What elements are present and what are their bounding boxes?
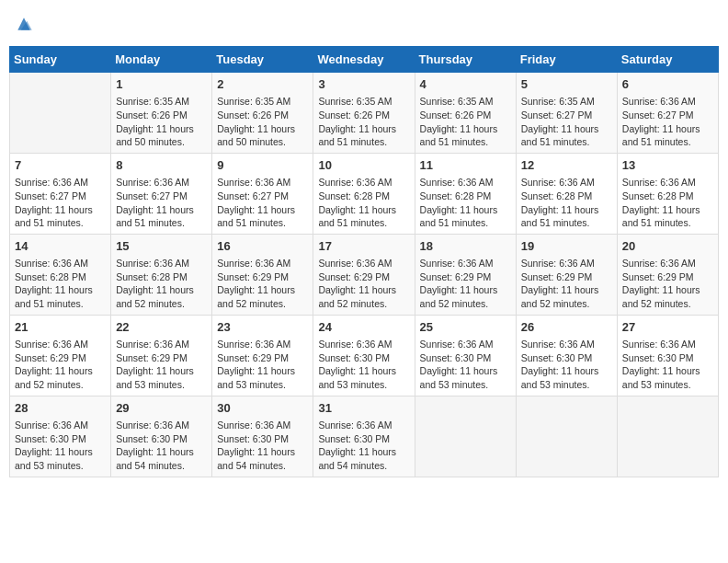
calendar-week-row: 1Sunrise: 6:35 AM Sunset: 6:26 PM Daylig… (10, 73, 719, 154)
calendar-cell: 20Sunrise: 6:36 AM Sunset: 6:29 PM Dayli… (617, 234, 718, 315)
day-number: 18 (420, 238, 511, 255)
day-info: Sunrise: 6:36 AM Sunset: 6:28 PM Dayligh… (116, 257, 207, 311)
calendar-cell: 11Sunrise: 6:36 AM Sunset: 6:28 PM Dayli… (415, 153, 516, 234)
calendar-cell (415, 396, 516, 477)
day-info: Sunrise: 6:36 AM Sunset: 6:28 PM Dayligh… (622, 176, 713, 230)
day-number: 16 (217, 238, 308, 255)
calendar-week-row: 7Sunrise: 6:36 AM Sunset: 6:27 PM Daylig… (10, 153, 719, 234)
day-number: 25 (420, 319, 511, 336)
day-number: 15 (116, 238, 207, 255)
day-info: Sunrise: 6:36 AM Sunset: 6:29 PM Dayligh… (217, 257, 308, 311)
weekday-header: Sunday (10, 47, 111, 73)
calendar-cell: 25Sunrise: 6:36 AM Sunset: 6:30 PM Dayli… (415, 315, 516, 396)
calendar-cell: 28Sunrise: 6:36 AM Sunset: 6:30 PM Dayli… (10, 396, 111, 477)
calendar-cell: 22Sunrise: 6:36 AM Sunset: 6:29 PM Dayli… (111, 315, 212, 396)
day-info: Sunrise: 6:36 AM Sunset: 6:29 PM Dayligh… (521, 257, 612, 311)
day-info: Sunrise: 6:36 AM Sunset: 6:30 PM Dayligh… (622, 338, 713, 392)
calendar-cell: 19Sunrise: 6:36 AM Sunset: 6:29 PM Dayli… (516, 234, 617, 315)
calendar-cell (516, 396, 617, 477)
calendar-cell: 12Sunrise: 6:36 AM Sunset: 6:28 PM Dayli… (516, 153, 617, 234)
day-number: 13 (622, 157, 713, 174)
calendar-cell (10, 73, 111, 154)
day-number: 4 (420, 76, 511, 93)
day-number: 12 (521, 157, 612, 174)
calendar-cell (617, 396, 718, 477)
day-number: 31 (318, 400, 409, 417)
calendar-cell: 9Sunrise: 6:36 AM Sunset: 6:27 PM Daylig… (212, 153, 313, 234)
day-info: Sunrise: 6:36 AM Sunset: 6:29 PM Dayligh… (420, 257, 511, 311)
day-number: 28 (15, 400, 106, 417)
calendar-cell: 7Sunrise: 6:36 AM Sunset: 6:27 PM Daylig… (10, 153, 111, 234)
calendar-cell: 8Sunrise: 6:36 AM Sunset: 6:27 PM Daylig… (111, 153, 212, 234)
weekday-header: Thursday (415, 47, 516, 73)
calendar-cell: 2Sunrise: 6:35 AM Sunset: 6:26 PM Daylig… (212, 73, 313, 154)
day-number: 27 (622, 319, 713, 336)
day-number: 9 (217, 157, 308, 174)
day-info: Sunrise: 6:36 AM Sunset: 6:29 PM Dayligh… (15, 338, 106, 392)
calendar-cell: 27Sunrise: 6:36 AM Sunset: 6:30 PM Dayli… (617, 315, 718, 396)
day-number: 3 (318, 76, 409, 93)
day-info: Sunrise: 6:36 AM Sunset: 6:29 PM Dayligh… (622, 257, 713, 311)
day-number: 11 (420, 157, 511, 174)
day-info: Sunrise: 6:36 AM Sunset: 6:28 PM Dayligh… (521, 176, 612, 230)
weekday-header: Tuesday (212, 47, 313, 73)
calendar-cell: 24Sunrise: 6:36 AM Sunset: 6:30 PM Dayli… (313, 315, 415, 396)
calendar-cell: 5Sunrise: 6:35 AM Sunset: 6:27 PM Daylig… (516, 73, 617, 154)
day-number: 19 (521, 238, 612, 255)
day-number: 8 (116, 157, 207, 174)
calendar-cell: 4Sunrise: 6:35 AM Sunset: 6:26 PM Daylig… (415, 73, 516, 154)
calendar-header-row: SundayMondayTuesdayWednesdayThursdayFrid… (10, 47, 719, 73)
calendar-cell: 29Sunrise: 6:36 AM Sunset: 6:30 PM Dayli… (111, 396, 212, 477)
day-number: 17 (318, 238, 409, 255)
calendar-cell: 3Sunrise: 6:35 AM Sunset: 6:26 PM Daylig… (313, 73, 415, 154)
day-info: Sunrise: 6:36 AM Sunset: 6:30 PM Dayligh… (420, 338, 511, 392)
day-info: Sunrise: 6:35 AM Sunset: 6:26 PM Dayligh… (116, 95, 207, 149)
day-number: 6 (622, 76, 713, 93)
day-info: Sunrise: 6:36 AM Sunset: 6:30 PM Dayligh… (15, 419, 106, 473)
day-info: Sunrise: 6:36 AM Sunset: 6:28 PM Dayligh… (318, 176, 409, 230)
day-info: Sunrise: 6:35 AM Sunset: 6:26 PM Dayligh… (318, 95, 409, 149)
calendar-cell: 18Sunrise: 6:36 AM Sunset: 6:29 PM Dayli… (415, 234, 516, 315)
day-number: 29 (116, 400, 207, 417)
logo (13, 15, 33, 33)
calendar-cell: 10Sunrise: 6:36 AM Sunset: 6:28 PM Dayli… (313, 153, 415, 234)
calendar-cell: 17Sunrise: 6:36 AM Sunset: 6:29 PM Dayli… (313, 234, 415, 315)
day-info: Sunrise: 6:36 AM Sunset: 6:27 PM Dayligh… (622, 95, 713, 149)
day-number: 7 (15, 157, 106, 174)
calendar-cell: 14Sunrise: 6:36 AM Sunset: 6:28 PM Dayli… (10, 234, 111, 315)
calendar-cell: 26Sunrise: 6:36 AM Sunset: 6:30 PM Dayli… (516, 315, 617, 396)
day-number: 10 (318, 157, 409, 174)
logo-icon (15, 15, 33, 33)
day-info: Sunrise: 6:36 AM Sunset: 6:27 PM Dayligh… (15, 176, 106, 230)
day-info: Sunrise: 6:35 AM Sunset: 6:27 PM Dayligh… (521, 95, 612, 149)
calendar-cell: 31Sunrise: 6:36 AM Sunset: 6:30 PM Dayli… (313, 396, 415, 477)
calendar-cell: 23Sunrise: 6:36 AM Sunset: 6:29 PM Dayli… (212, 315, 313, 396)
day-info: Sunrise: 6:36 AM Sunset: 6:28 PM Dayligh… (420, 176, 511, 230)
day-number: 23 (217, 319, 308, 336)
calendar-cell: 30Sunrise: 6:36 AM Sunset: 6:30 PM Dayli… (212, 396, 313, 477)
day-info: Sunrise: 6:36 AM Sunset: 6:30 PM Dayligh… (521, 338, 612, 392)
day-info: Sunrise: 6:36 AM Sunset: 6:27 PM Dayligh… (116, 176, 207, 230)
calendar-cell: 16Sunrise: 6:36 AM Sunset: 6:29 PM Dayli… (212, 234, 313, 315)
weekday-header: Saturday (617, 47, 718, 73)
page-header (9, 9, 719, 39)
day-info: Sunrise: 6:36 AM Sunset: 6:27 PM Dayligh… (217, 176, 308, 230)
weekday-header: Friday (516, 47, 617, 73)
calendar-cell: 21Sunrise: 6:36 AM Sunset: 6:29 PM Dayli… (10, 315, 111, 396)
day-info: Sunrise: 6:36 AM Sunset: 6:28 PM Dayligh… (15, 257, 106, 311)
day-number: 30 (217, 400, 308, 417)
day-info: Sunrise: 6:35 AM Sunset: 6:26 PM Dayligh… (420, 95, 511, 149)
day-number: 20 (622, 238, 713, 255)
calendar-cell: 6Sunrise: 6:36 AM Sunset: 6:27 PM Daylig… (617, 73, 718, 154)
day-number: 22 (116, 319, 207, 336)
calendar-cell: 13Sunrise: 6:36 AM Sunset: 6:28 PM Dayli… (617, 153, 718, 234)
weekday-header: Monday (111, 47, 212, 73)
calendar-cell: 15Sunrise: 6:36 AM Sunset: 6:28 PM Dayli… (111, 234, 212, 315)
day-info: Sunrise: 6:36 AM Sunset: 6:30 PM Dayligh… (217, 419, 308, 473)
calendar-week-row: 28Sunrise: 6:36 AM Sunset: 6:30 PM Dayli… (10, 396, 719, 477)
day-number: 21 (15, 319, 106, 336)
day-info: Sunrise: 6:36 AM Sunset: 6:30 PM Dayligh… (116, 419, 207, 473)
day-info: Sunrise: 6:36 AM Sunset: 6:29 PM Dayligh… (217, 338, 308, 392)
calendar-table: SundayMondayTuesdayWednesdayThursdayFrid… (9, 46, 719, 477)
calendar-week-row: 21Sunrise: 6:36 AM Sunset: 6:29 PM Dayli… (10, 315, 719, 396)
